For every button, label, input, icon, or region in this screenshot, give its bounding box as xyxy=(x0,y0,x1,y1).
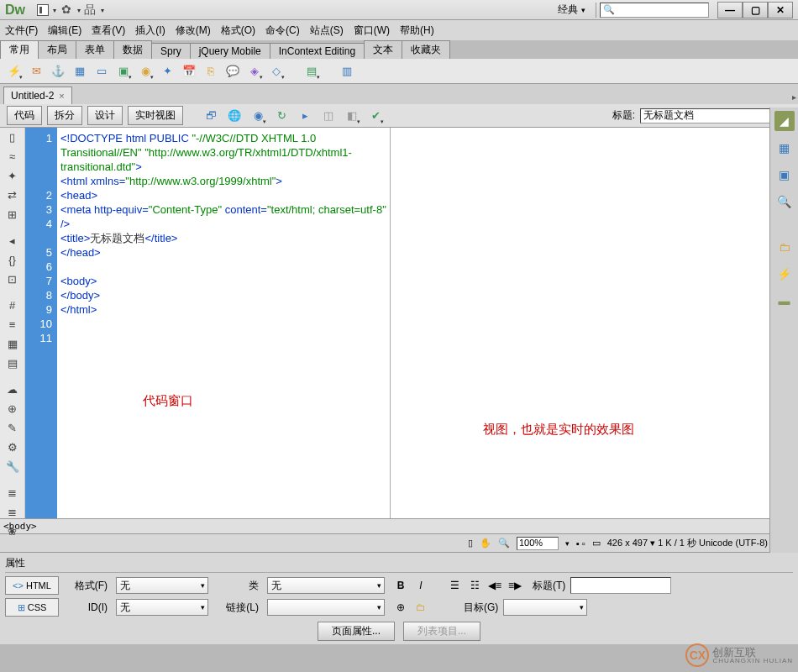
insert-tab-favorites[interactable]: 收藏夹 xyxy=(402,40,450,59)
refresh-icon[interactable]: ↻ xyxy=(272,107,291,125)
menu-modify[interactable]: 修改(M) xyxy=(176,24,211,38)
id-select[interactable]: 无 xyxy=(116,599,208,616)
document-tab[interactable]: Untitled-2 × xyxy=(3,87,72,104)
minimize-button[interactable]: — xyxy=(717,2,743,18)
indent-code-icon[interactable]: ⊕ xyxy=(5,402,20,415)
open-documents-icon[interactable]: ▯ xyxy=(5,131,20,144)
hand-tool-icon[interactable]: ✋ xyxy=(480,538,491,549)
insert-tab-incontext[interactable]: InContext Editing xyxy=(270,43,365,59)
insert-tab-jquery[interactable]: jQuery Mobile xyxy=(190,43,270,59)
live-code-icon[interactable]: 🗗 xyxy=(202,107,220,125)
html-tab-button[interactable]: <>HTML xyxy=(5,576,59,595)
outdent-button[interactable]: ◀≡ xyxy=(487,578,502,593)
split-view-button[interactable]: 拆分 xyxy=(47,106,82,125)
point-to-file-icon[interactable]: ⊕ xyxy=(393,600,408,615)
visual-aids-icon[interactable]: ◧ xyxy=(343,107,361,125)
inspect-icon[interactable]: 🌐 xyxy=(225,107,244,125)
format-source-icon[interactable]: ⚙ xyxy=(5,441,20,454)
line-numbers-icon[interactable]: ◂ xyxy=(5,234,20,247)
recent-snippets-icon[interactable]: ▤ xyxy=(5,357,20,370)
head-icon[interactable]: ◈ xyxy=(245,62,264,81)
link-input[interactable] xyxy=(267,599,385,616)
css-tab-button[interactable]: ⊞CSS xyxy=(5,598,59,617)
select-parent-icon[interactable]: ⇄ xyxy=(5,189,20,202)
expand-all-icon[interactable]: ✦ xyxy=(5,170,20,182)
target-select[interactable] xyxy=(503,599,587,616)
code-view-button[interactable]: 代码 xyxy=(7,106,42,125)
menu-help[interactable]: 帮助(H) xyxy=(400,24,434,38)
workspace-switcher[interactable]: 经典 ▾ xyxy=(558,3,585,17)
insert-div-icon[interactable]: ▭ xyxy=(92,62,111,81)
insert-tab-spry[interactable]: Spry xyxy=(151,43,191,59)
outdent-code-icon[interactable]: ✎ xyxy=(5,422,20,434)
business-catalyst-icon[interactable]: ▣ xyxy=(774,165,795,185)
italic-button[interactable]: I xyxy=(413,578,428,593)
insert-tab-common[interactable]: 常用 xyxy=(0,40,39,59)
maximize-button[interactable]: ▢ xyxy=(743,2,768,18)
live-view-button[interactable]: 实时视图 xyxy=(128,106,183,125)
close-button[interactable]: ✕ xyxy=(768,2,793,18)
code-editor[interactable]: <!DOCTYPE html PUBLIC "-//W3C//DTD XHTML… xyxy=(57,128,390,518)
design-view-button[interactable]: 设计 xyxy=(87,106,123,125)
script-icon[interactable]: ◇ xyxy=(267,62,286,81)
comment-icon[interactable]: 💬 xyxy=(223,62,242,81)
templates-icon[interactable]: ▤ xyxy=(302,62,321,81)
collapse-tag-icon[interactable]: ≈ xyxy=(5,150,20,163)
ol-button[interactable]: ☷ xyxy=(467,578,482,593)
edit-options-icon[interactable]: ▪ ▫ xyxy=(576,538,585,549)
file-management-icon[interactable]: ▸ xyxy=(296,107,314,125)
ap-elements-panel-icon[interactable]: ▦ xyxy=(774,138,795,158)
browser-preview-icon[interactable]: ◉ xyxy=(249,107,267,125)
menu-format[interactable]: 格式(O) xyxy=(221,24,255,38)
design-pane[interactable]: 视图，也就是实时的效果图 xyxy=(391,128,798,518)
assets-panel-icon[interactable]: 🗀 xyxy=(774,237,795,257)
remove-comment-icon[interactable]: ≡ xyxy=(5,318,20,331)
code-hint-icon[interactable]: 🔧 xyxy=(5,460,20,473)
bold-button[interactable]: B xyxy=(393,578,408,593)
insert-tab-data[interactable]: 数据 xyxy=(113,40,152,59)
menu-commands[interactable]: 命令(C) xyxy=(265,24,300,38)
insert-tab-forms[interactable]: 表单 xyxy=(76,40,114,59)
code-nav-icon[interactable]: ❀ xyxy=(5,525,20,538)
date-icon[interactable]: 📅 xyxy=(180,62,198,81)
hyperlink-icon[interactable]: ⚡ xyxy=(5,62,24,81)
select-tool-icon[interactable]: ▯ xyxy=(468,538,473,549)
menu-view[interactable]: 查看(V) xyxy=(92,24,125,38)
named-anchor-icon[interactable]: ⚓ xyxy=(49,62,67,81)
server-include-icon[interactable]: ⎘ xyxy=(202,62,220,81)
insert-tab-text[interactable]: 文本 xyxy=(364,40,402,59)
tag-chooser-icon[interactable]: ▥ xyxy=(338,62,356,81)
apply-comment-icon[interactable]: # xyxy=(5,299,20,312)
media-icon[interactable]: ◉ xyxy=(136,62,155,81)
syntax-coloring-icon[interactable]: ⊡ xyxy=(5,273,20,286)
images-icon[interactable]: ▣ xyxy=(114,62,133,81)
tag-inspector-icon[interactable]: ▬ xyxy=(774,291,795,311)
layout-menu-icon[interactable] xyxy=(37,4,49,16)
page-properties-button[interactable]: 页面属性... xyxy=(318,622,395,641)
snippets-panel-icon[interactable]: ⚡ xyxy=(774,264,795,284)
format-select[interactable]: 无 xyxy=(116,577,208,594)
widget-icon[interactable]: ✦ xyxy=(158,62,176,81)
indent-icon[interactable]: ≣ xyxy=(5,486,20,499)
menu-site[interactable]: 站点(S) xyxy=(310,24,344,38)
close-tab-icon[interactable]: × xyxy=(59,91,64,101)
title-input[interactable] xyxy=(640,108,791,123)
balance-braces-icon[interactable]: ⊞ xyxy=(5,208,20,221)
menu-insert[interactable]: 插入(I) xyxy=(135,24,165,38)
files-panel-icon[interactable]: 🔍 xyxy=(774,192,795,212)
indent-button[interactable]: ≡▶ xyxy=(507,578,522,593)
browse-folder-icon[interactable]: 🗀 xyxy=(413,600,428,615)
outdent-icon[interactable]: ≣ xyxy=(5,506,20,518)
window-size-icon[interactable]: ▭ xyxy=(592,538,601,549)
settings-menu-icon[interactable]: ✿ xyxy=(60,4,72,16)
highlight-invalid-icon[interactable]: {} xyxy=(5,254,20,266)
wrap-tag-icon[interactable]: ▦ xyxy=(5,338,20,350)
panel-collapse-icon[interactable]: ▸ xyxy=(792,92,796,102)
css-styles-panel-icon[interactable]: ◢ xyxy=(774,111,795,131)
zoom-tool-icon[interactable]: 🔍 xyxy=(498,538,510,549)
class-select[interactable]: 无 xyxy=(267,577,385,594)
table-icon[interactable]: ▦ xyxy=(71,62,89,81)
menu-window[interactable]: 窗口(W) xyxy=(354,24,390,38)
move-css-icon[interactable]: ☁ xyxy=(5,383,20,396)
ul-button[interactable]: ☰ xyxy=(447,578,462,593)
